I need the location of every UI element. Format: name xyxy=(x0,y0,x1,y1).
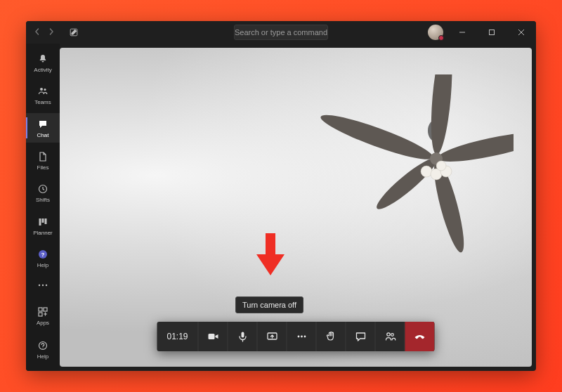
share-button[interactable] xyxy=(258,322,287,351)
bell-icon xyxy=(37,53,49,65)
people-icon xyxy=(384,330,396,343)
share-screen-icon xyxy=(266,330,278,343)
rail-label: Activity xyxy=(34,67,51,73)
svg-point-17 xyxy=(428,119,445,142)
svg-point-22 xyxy=(429,158,469,255)
call-toolbar: 01:19 xyxy=(157,322,434,351)
svg-point-11 xyxy=(42,285,44,286)
compose-icon xyxy=(69,27,79,37)
svg-point-21 xyxy=(436,126,514,167)
presence-badge xyxy=(438,35,444,41)
svg-point-32 xyxy=(297,336,299,338)
chat-icon xyxy=(37,118,49,131)
meeting-stage: Turn camera off 01:19 xyxy=(60,48,532,367)
camera-toggle-button[interactable] xyxy=(199,322,228,351)
search-placeholder: Search or type a command xyxy=(235,28,327,37)
back-button[interactable] xyxy=(32,27,43,37)
search-input[interactable]: Search or type a command xyxy=(234,25,328,40)
ellipsis-icon xyxy=(37,279,49,292)
app-rail: Activity Teams Chat Files xyxy=(26,44,60,371)
svg-rect-13 xyxy=(39,308,42,311)
rail-more-apps[interactable] xyxy=(26,276,60,295)
svg-point-24 xyxy=(430,152,443,165)
svg-rect-18 xyxy=(434,131,438,145)
svg-rect-1 xyxy=(490,30,495,35)
window-minimize-button[interactable] xyxy=(452,22,473,42)
rail-label: Planner xyxy=(33,230,53,236)
close-icon xyxy=(518,29,525,36)
show-participants-button[interactable] xyxy=(376,322,405,351)
forward-button[interactable] xyxy=(46,27,57,37)
svg-rect-6 xyxy=(42,218,44,223)
svg-point-25 xyxy=(421,166,432,177)
rail-item-help-top[interactable]: ? Help xyxy=(26,244,60,273)
show-conversation-button[interactable] xyxy=(346,322,376,351)
rail-label: Chat xyxy=(37,132,49,138)
svg-point-36 xyxy=(391,334,393,337)
rail-label: Files xyxy=(37,164,49,171)
camera-video-content xyxy=(275,74,514,257)
history-nav xyxy=(32,27,57,37)
svg-point-10 xyxy=(39,285,40,286)
ellipsis-icon xyxy=(295,330,308,343)
svg-point-3 xyxy=(44,89,46,91)
rail-label: Apps xyxy=(37,320,49,326)
rail-item-shifts[interactable]: Shifts xyxy=(26,178,60,208)
svg-point-35 xyxy=(386,333,389,336)
hang-up-icon xyxy=(413,329,427,344)
svg-rect-5 xyxy=(39,218,41,226)
rail-label: Shifts xyxy=(36,197,50,203)
window-close-button[interactable] xyxy=(511,22,532,42)
apps-icon xyxy=(37,306,49,318)
svg-point-34 xyxy=(303,336,306,338)
rail-item-planner[interactable]: Planner xyxy=(26,211,60,240)
shifts-icon xyxy=(37,183,49,195)
svg-rect-29 xyxy=(208,334,214,339)
help-icon: ? xyxy=(37,248,49,261)
svg-text:?: ? xyxy=(41,251,45,258)
new-chat-button[interactable] xyxy=(65,24,82,41)
svg-point-33 xyxy=(301,336,303,338)
user-avatar[interactable] xyxy=(428,25,443,40)
teams-icon xyxy=(37,85,49,98)
camera-icon xyxy=(207,330,219,343)
svg-rect-30 xyxy=(241,332,244,338)
svg-rect-14 xyxy=(44,308,47,311)
svg-rect-15 xyxy=(39,313,42,316)
window-maximize-button[interactable] xyxy=(481,22,502,42)
camera-tooltip: Turn camera off xyxy=(235,296,303,313)
raise-hand-button[interactable] xyxy=(317,322,346,351)
rail-label: Help xyxy=(37,353,48,360)
svg-point-28 xyxy=(436,161,446,171)
rail-item-apps[interactable]: Apps xyxy=(26,301,60,332)
chat-bubble-icon xyxy=(354,330,367,343)
svg-point-2 xyxy=(40,88,43,91)
rail-item-chat[interactable]: Chat xyxy=(26,113,60,143)
svg-rect-7 xyxy=(45,218,47,224)
maximize-icon xyxy=(488,29,495,36)
svg-point-12 xyxy=(46,285,47,286)
svg-point-20 xyxy=(428,74,456,155)
mic-toggle-button[interactable] xyxy=(228,322,258,351)
files-icon xyxy=(37,150,49,163)
svg-point-23 xyxy=(372,153,441,215)
mic-icon xyxy=(236,330,249,343)
planner-icon xyxy=(37,216,49,228)
rail-label: Help xyxy=(37,262,48,268)
svg-point-19 xyxy=(318,108,436,166)
minimize-icon xyxy=(459,29,466,36)
hang-up-button[interactable] xyxy=(405,322,435,351)
rail-item-teams[interactable]: Teams xyxy=(26,80,60,110)
rail-item-activity[interactable]: Activity xyxy=(26,48,60,77)
rail-item-files[interactable]: Files xyxy=(26,145,60,175)
teams-window: Search or type a command Activit xyxy=(26,21,536,371)
svg-point-27 xyxy=(440,166,452,177)
call-duration: 01:19 xyxy=(157,322,198,351)
rail-label: Teams xyxy=(34,99,51,105)
title-bar: Search or type a command xyxy=(26,21,536,44)
rail-item-help-bottom[interactable]: Help xyxy=(26,334,60,365)
annotation-arrow xyxy=(255,232,286,277)
more-actions-button[interactable] xyxy=(287,322,317,351)
raise-hand-icon xyxy=(325,330,337,343)
help-circle-icon xyxy=(37,339,49,352)
